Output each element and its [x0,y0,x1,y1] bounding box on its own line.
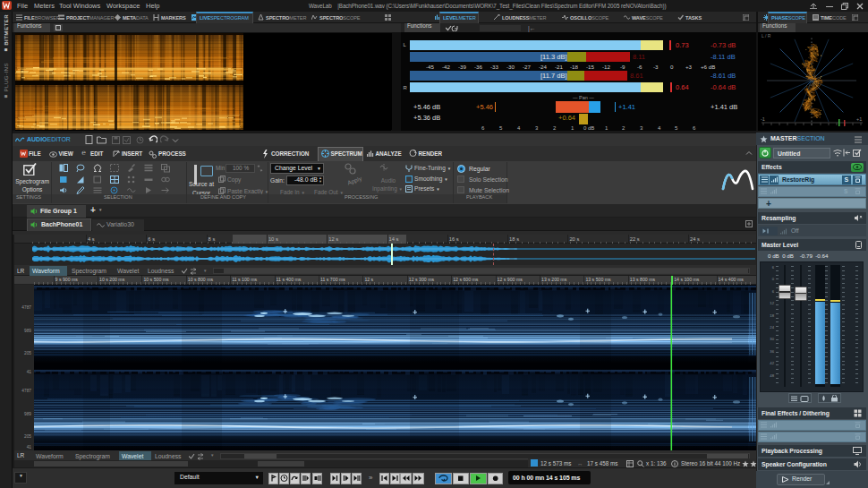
svg-text:+1: +1 [856,116,862,122]
svg-text:-1: -1 [761,116,765,122]
